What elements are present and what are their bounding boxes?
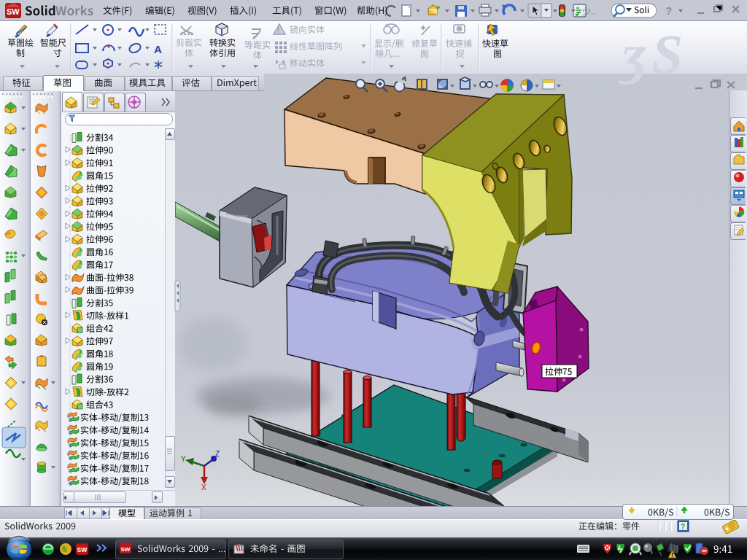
svg-text:SW: SW xyxy=(7,7,20,16)
svg-text:Z: Z xyxy=(215,450,220,458)
svg-text:?: ? xyxy=(681,523,685,531)
svg-text:SW: SW xyxy=(77,546,88,553)
svg-text:!: ! xyxy=(277,27,279,35)
svg-text:A: A xyxy=(154,43,162,55)
svg-text:?: ? xyxy=(665,4,672,17)
svg-text:ʒS: ʒS xyxy=(618,23,687,85)
svg-text:Y: Y xyxy=(181,455,186,463)
svg-text:X: X xyxy=(201,483,206,491)
svg-text:SW: SW xyxy=(121,546,131,553)
